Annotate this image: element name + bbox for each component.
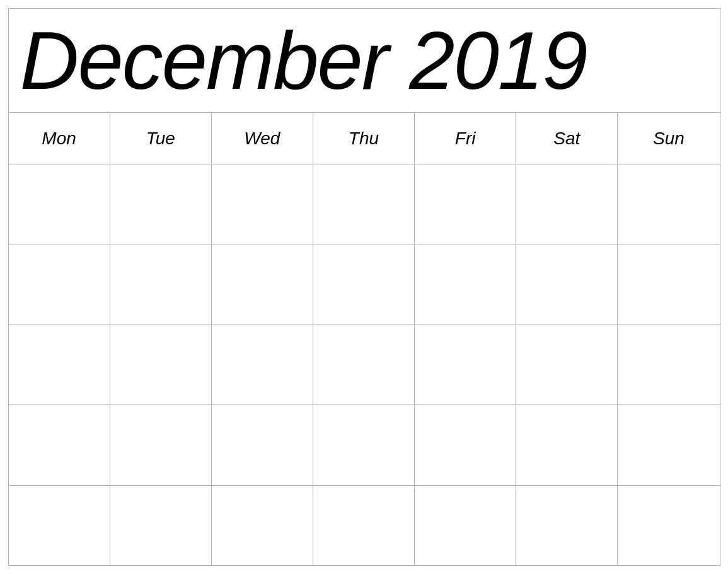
day-cell: [415, 164, 516, 244]
calendar-container: December 2019 Mon Tue Wed Thu Fri Sat Su…: [8, 8, 720, 566]
day-cell: [110, 164, 212, 244]
day-cell: [9, 244, 110, 324]
week-row-2: [9, 244, 720, 324]
day-cell: [516, 325, 618, 405]
calendar-title-section: December 2019: [9, 9, 720, 113]
header-mon: Mon: [9, 113, 110, 164]
header-fri: Fri: [415, 113, 516, 164]
day-cell: [212, 325, 313, 405]
day-cell: [110, 244, 212, 324]
day-headers-row: Mon Tue Wed Thu Fri Sat Sun: [9, 113, 720, 164]
day-cell: [9, 325, 110, 405]
weeks-container: [9, 164, 720, 565]
day-cell: [415, 325, 516, 405]
calendar-month-year: December 2019: [20, 20, 587, 101]
day-cell: [415, 405, 516, 485]
header-wed: Wed: [212, 113, 313, 164]
day-cell: [618, 244, 719, 324]
day-cell: [212, 405, 313, 485]
day-cell: [415, 244, 516, 324]
day-cell: [313, 486, 415, 565]
day-cell: [212, 164, 313, 244]
day-cell: [415, 486, 516, 565]
week-row-1: [9, 164, 720, 244]
day-cell: [212, 486, 313, 565]
day-cell: [110, 486, 212, 565]
header-thu: Thu: [313, 113, 415, 164]
day-cell: [313, 244, 415, 324]
header-tue: Tue: [110, 113, 212, 164]
day-cell: [313, 405, 415, 485]
day-cell: [313, 325, 415, 405]
day-cell: [618, 164, 719, 244]
day-cell: [516, 405, 618, 485]
day-cell: [9, 164, 110, 244]
day-cell: [618, 325, 719, 405]
day-cell: [516, 164, 618, 244]
day-cell: [9, 486, 110, 565]
calendar-grid: Mon Tue Wed Thu Fri Sat Sun: [9, 113, 720, 565]
day-cell: [516, 244, 618, 324]
day-cell: [618, 405, 719, 485]
header-sat: Sat: [516, 113, 618, 164]
week-row-4: [9, 405, 720, 485]
day-cell: [516, 486, 618, 565]
day-cell: [110, 405, 212, 485]
day-cell: [313, 164, 415, 244]
week-row-3: [9, 325, 720, 405]
day-cell: [618, 486, 719, 565]
week-row-5: [9, 486, 720, 565]
day-cell: [110, 325, 212, 405]
header-sun: Sun: [618, 113, 719, 164]
day-cell: [9, 405, 110, 485]
day-cell: [212, 244, 313, 324]
